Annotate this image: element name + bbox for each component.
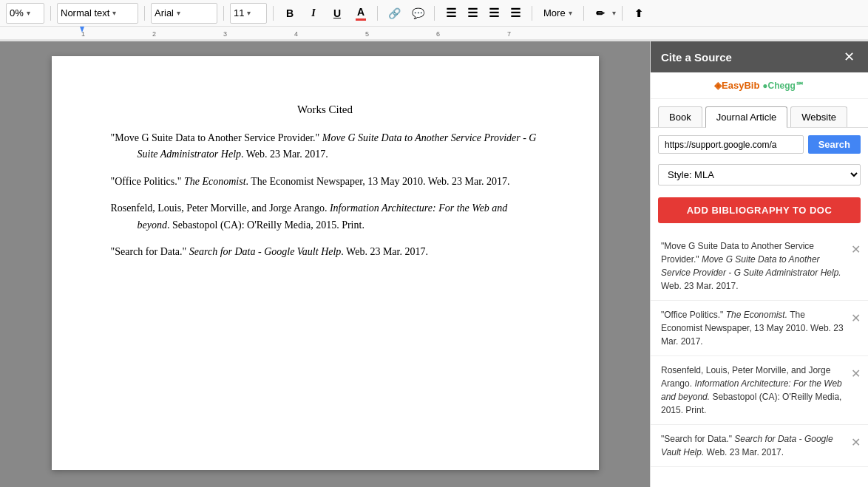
citation-end: . Web. 23 Mar. 2017. (241, 149, 328, 160)
font-color-button[interactable]: A (350, 3, 371, 24)
zoom-select[interactable]: 0% ▾ (6, 3, 44, 24)
search-row: Search (651, 128, 868, 161)
close-button[interactable]: ✕ (841, 49, 858, 65)
svg-text:7: 7 (507, 30, 511, 38)
citation-normal: "Move G Suite Data to Another Service Pr… (111, 132, 322, 143)
toolbar: 0% ▾ Normal text ▾ Arial ▾ 11 ▾ B I U A … (0, 0, 868, 27)
search-button-label: Search (818, 139, 850, 150)
citation-normal: "Office Politics." (111, 176, 184, 187)
sep6 (434, 6, 435, 21)
tab-book[interactable]: Book (658, 106, 702, 127)
more-label: More (543, 7, 566, 18)
table-row: "Office Politics." The Economist. The Ec… (111, 174, 540, 190)
citation-item-text: "Move G Suite Data to Another Service Pr… (661, 239, 847, 293)
tab-journal-label: Journal Article (716, 112, 777, 123)
svg-text:2: 2 (152, 30, 156, 38)
sep8 (583, 6, 584, 21)
zoom-value: 0% (10, 7, 24, 18)
citation-item-text: Rosenfeld, Louis, Peter Morville, and Jo… (661, 364, 847, 417)
table-row: Rosenfeld, Louis, Peter Morville, and Jo… (111, 200, 540, 234)
sidebar: Cite a Source ✕ ◈EasyBib ●Chegg℠ Book Jo… (650, 41, 868, 487)
svg-text:4: 4 (294, 30, 298, 38)
easybib-logo: ◈EasyBib ●Chegg℠ (651, 72, 868, 99)
table-row: "Move G Suite Data to Another Service Pr… (111, 130, 540, 163)
style-chevron: ▾ (112, 9, 116, 17)
citation-italic: The Economist (184, 176, 246, 187)
svg-text:3: 3 (223, 30, 227, 38)
underline-button[interactable]: U (327, 3, 347, 24)
style-select[interactable]: Style: MLA Style: APA Style: Chicago (658, 164, 861, 185)
sidebar-title: Cite a Source (661, 51, 732, 64)
comment-button[interactable]: 💬 (407, 3, 428, 24)
list-item: "Move G Suite Data to Another Service Pr… (651, 232, 868, 301)
font-value: Arial (155, 7, 174, 18)
citation-item-text: "Search for Data." Search for Data - Goo… (661, 432, 847, 459)
sep5 (377, 6, 378, 21)
citation-end: . Sebastopol (CA): O'Reilly Media, 2015.… (167, 219, 365, 231)
citation-normal: Rosenfeld, Louis, Peter Morville, and Jo… (111, 202, 330, 214)
tab-website-label: Website (801, 112, 836, 123)
citation-end: . Web. 23 Mar. 2017. (341, 246, 428, 257)
sep9 (622, 6, 623, 21)
citation-italic: Search for Data - Google Vault Help (189, 246, 342, 257)
align-right-button[interactable]: ☰ (484, 3, 504, 24)
style-select[interactable]: Normal text ▾ (57, 3, 138, 24)
sep7 (532, 6, 532, 21)
sep3 (223, 6, 224, 21)
tab-journal-article[interactable]: Journal Article (705, 106, 788, 128)
citation-list: "Move G Suite Data to Another Service Pr… (651, 232, 868, 487)
style-row: Style: MLA Style: APA Style: Chicago (651, 161, 868, 193)
style-value: Normal text (61, 7, 109, 18)
list-item: "Search for Data." Search for Data - Goo… (651, 425, 868, 467)
sep1 (50, 6, 51, 21)
easybib-text: ◈EasyBib (714, 80, 759, 91)
list-item: "Office Politics." The Economist. The Ec… (651, 301, 868, 356)
citation-item-text: "Office Politics." The Economist. The Ec… (661, 308, 847, 348)
size-value: 11 (234, 7, 244, 18)
document-page[interactable]: Works Cited "Move G Suite Data to Anothe… (52, 56, 599, 470)
align-group: ☰ ☰ ☰ ☰ (441, 3, 526, 24)
italic-button[interactable]: I (303, 3, 324, 24)
size-select[interactable]: 11 ▾ (230, 3, 267, 24)
add-bibliography-label: ADD BIBLIOGRAPHY TO DOC (687, 205, 833, 216)
font-select[interactable]: Arial ▾ (151, 3, 217, 24)
citation-end: . The Economist Newspaper, 13 May 2010. … (246, 176, 510, 187)
svg-text:5: 5 (365, 30, 369, 38)
list-item: Rosenfeld, Louis, Peter Morville, and Jo… (651, 356, 868, 425)
pen-chevron: ▾ (612, 9, 616, 17)
search-input[interactable] (658, 135, 804, 154)
search-button[interactable]: Search (808, 135, 861, 154)
pen-button[interactable]: ✏ (590, 3, 611, 24)
more-chevron: ▾ (569, 9, 572, 17)
citation-remove-button[interactable]: ✕ (851, 241, 861, 259)
font-chevron: ▾ (177, 9, 180, 17)
align-center-button[interactable]: ☰ (462, 3, 483, 24)
ruler: 1 2 3 4 5 6 7 (0, 27, 868, 41)
add-bibliography-button[interactable]: ADD BIBLIOGRAPHY TO DOC (658, 197, 861, 223)
chegg-text: ●Chegg℠ (762, 81, 804, 91)
sep4 (273, 6, 274, 21)
size-chevron: ▾ (247, 9, 251, 17)
source-tabs: Book Journal Article Website (651, 99, 868, 128)
align-left-button[interactable]: ☰ (441, 3, 461, 24)
link-button[interactable]: 🔗 (384, 3, 404, 24)
bold-button[interactable]: B (279, 3, 300, 24)
align-justify-button[interactable]: ☰ (505, 3, 526, 24)
sidebar-header: Cite a Source ✕ (651, 41, 868, 72)
tab-book-label: Book (669, 112, 691, 123)
table-row: "Search for Data." Search for Data - Goo… (111, 244, 540, 260)
citation-normal: "Search for Data." (111, 246, 189, 257)
main-area: Works Cited "Move G Suite Data to Anothe… (0, 41, 868, 487)
collapse-button[interactable]: ⬆ (628, 3, 649, 24)
citation-remove-button[interactable]: ✕ (851, 310, 861, 327)
works-cited-title: Works Cited (111, 101, 540, 118)
citation-remove-button[interactable]: ✕ (851, 434, 861, 452)
more-menu[interactable]: More ▾ (538, 3, 577, 24)
citation-remove-button[interactable]: ✕ (851, 365, 861, 383)
zoom-chevron: ▾ (27, 9, 30, 17)
tab-website[interactable]: Website (790, 106, 847, 127)
svg-text:6: 6 (436, 30, 440, 38)
sep2 (144, 6, 145, 21)
document-area[interactable]: Works Cited "Move G Suite Data to Anothe… (0, 41, 650, 487)
